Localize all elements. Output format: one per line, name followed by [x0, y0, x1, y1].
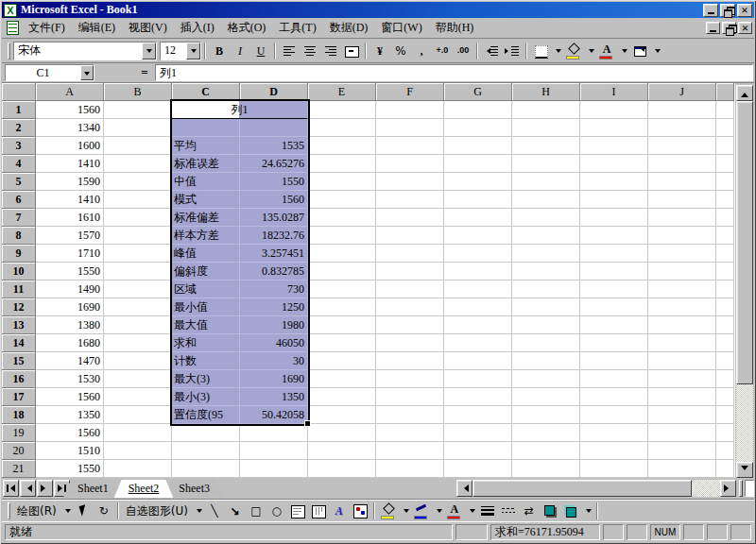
cell-b12[interactable]: [104, 298, 172, 316]
cell-a13[interactable]: 1380: [36, 316, 104, 334]
scroll-down-icon[interactable]: [736, 462, 753, 478]
column-header-c[interactable]: C: [172, 83, 240, 101]
cell-g19[interactable]: [444, 424, 512, 442]
row-header-16[interactable]: 16: [2, 370, 36, 388]
cell-d10[interactable]: 0.832785: [240, 263, 308, 280]
scroll-up-icon[interactable]: [736, 85, 753, 101]
cell-i11[interactable]: [580, 280, 648, 298]
cell-c16[interactable]: 最大(3): [172, 370, 240, 388]
cell-g7[interactable]: [444, 209, 512, 227]
cell-i7[interactable]: [580, 209, 648, 227]
line-color-dropdown-icon[interactable]: [435, 502, 444, 520]
column-header-b[interactable]: B: [104, 83, 172, 101]
cell-a18[interactable]: 1350: [36, 406, 104, 424]
cell-partial11[interactable]: [716, 280, 734, 298]
cell-partial9[interactable]: [716, 245, 734, 263]
cell-a20[interactable]: 1510: [36, 442, 104, 460]
row-header-8[interactable]: 8: [2, 227, 36, 245]
cell-e3[interactable]: [308, 137, 376, 155]
cell-partial17[interactable]: [716, 388, 734, 406]
row-header-17[interactable]: 17: [2, 388, 36, 406]
cell-e9[interactable]: [308, 245, 376, 263]
align-left-icon[interactable]: [279, 42, 300, 60]
cell-i8[interactable]: [580, 227, 648, 245]
cell-g11[interactable]: [444, 280, 512, 298]
row-header-9[interactable]: 9: [2, 245, 36, 263]
cell-i9[interactable]: [580, 245, 648, 263]
doc-minimize-icon[interactable]: [706, 22, 720, 34]
cell-g10[interactable]: [444, 263, 512, 280]
font-color-dropdown-icon[interactable]: [620, 42, 629, 60]
cell-partial12[interactable]: [716, 298, 734, 316]
edit-formula-button[interactable]: =: [134, 65, 155, 80]
doc-restore-icon[interactable]: [722, 22, 736, 34]
cell-e20[interactable]: [308, 442, 376, 460]
cell-j11[interactable]: [648, 280, 716, 298]
cell-j5[interactable]: [648, 173, 716, 191]
cell-e11[interactable]: [308, 280, 376, 298]
cell-b14[interactable]: [104, 334, 172, 352]
horizontal-scrollbar[interactable]: [456, 480, 736, 497]
cell-i20[interactable]: [580, 442, 648, 460]
cell-g1[interactable]: [444, 101, 512, 119]
cell-c14[interactable]: 求和: [172, 334, 240, 352]
font-color-dropdown-icon[interactable]: [468, 502, 477, 520]
fill-color-icon[interactable]: [563, 42, 584, 60]
column-header-g[interactable]: G: [444, 83, 512, 101]
cell-e14[interactable]: [308, 334, 376, 352]
cell-a16[interactable]: 1530: [36, 370, 104, 388]
row-header-12[interactable]: 12: [2, 298, 36, 316]
cell-h12[interactable]: [512, 298, 580, 316]
row-header-10[interactable]: 10: [2, 263, 36, 280]
menu-item[interactable]: 数据(D): [323, 18, 375, 38]
doc-close-icon[interactable]: [738, 22, 752, 34]
cell-f2[interactable]: [376, 119, 444, 137]
select-objects-pointer-icon[interactable]: [73, 502, 94, 520]
cell-b21[interactable]: [104, 460, 172, 478]
cell-e18[interactable]: [308, 406, 376, 424]
borders-icon[interactable]: [530, 42, 551, 60]
line-style-icon[interactable]: [477, 502, 498, 520]
cell-e12[interactable]: [308, 298, 376, 316]
cell-e19[interactable]: [308, 424, 376, 442]
bold-icon[interactable]: B: [209, 42, 230, 60]
cell-c18[interactable]: 置信度(95: [172, 406, 240, 424]
cell-f13[interactable]: [376, 316, 444, 334]
cell-d2[interactable]: [240, 119, 308, 137]
tab-split-handle[interactable]: [739, 480, 743, 497]
cell-c13[interactable]: 最大值: [172, 316, 240, 334]
cell-j4[interactable]: [648, 155, 716, 173]
cell-j19[interactable]: [648, 424, 716, 442]
cell-i21[interactable]: [580, 460, 648, 478]
cell-g16[interactable]: [444, 370, 512, 388]
cell-e4[interactable]: [308, 155, 376, 173]
cell-g20[interactable]: [444, 442, 512, 460]
column-header-a[interactable]: A: [36, 83, 104, 101]
cell-h8[interactable]: [512, 227, 580, 245]
cell-a7[interactable]: 1610: [36, 209, 104, 227]
cell-c21[interactable]: [172, 460, 240, 478]
cell-a6[interactable]: 1410: [36, 191, 104, 209]
cell-j9[interactable]: [648, 245, 716, 263]
cell-j16[interactable]: [648, 370, 716, 388]
cell-e8[interactable]: [308, 227, 376, 245]
cell-h6[interactable]: [512, 191, 580, 209]
row-header-3[interactable]: 3: [2, 137, 36, 155]
italic-icon[interactable]: I: [230, 42, 250, 60]
cell-i18[interactable]: [580, 406, 648, 424]
cell-h10[interactable]: [512, 263, 580, 280]
cell-j18[interactable]: [648, 406, 716, 424]
column-header-j[interactable]: J: [648, 83, 716, 101]
row-header-2[interactable]: 2: [2, 119, 36, 137]
cell-h9[interactable]: [512, 245, 580, 263]
row-header-15[interactable]: 15: [2, 352, 36, 370]
cell-e1[interactable]: [308, 101, 376, 119]
cell-i15[interactable]: [580, 352, 648, 370]
cell-b7[interactable]: [104, 209, 172, 227]
cell-j14[interactable]: [648, 334, 716, 352]
cell-f16[interactable]: [376, 370, 444, 388]
close-icon[interactable]: [737, 4, 752, 17]
cell-d9[interactable]: 3.257451: [240, 245, 308, 263]
draw-menu-button[interactable]: 绘图(R): [13, 502, 60, 520]
cell-i17[interactable]: [580, 388, 648, 406]
